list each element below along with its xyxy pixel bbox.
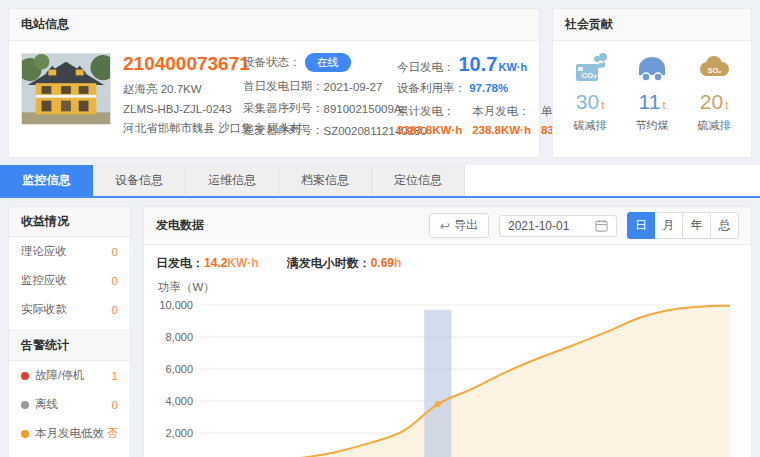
so2-icon: SO₂ <box>695 53 733 83</box>
first-gen-date: 2021-09-27 <box>324 81 383 93</box>
alarm-label: 故障/停机 <box>35 368 84 383</box>
tab-monitoring[interactable]: 监控信息 <box>0 165 93 196</box>
range-day-button[interactable]: 日 <box>627 212 655 239</box>
main-row: 收益情况 理论应收 0 监控应收 0 实际收款 0 告警统计 故障/停机 1 离… <box>0 198 760 457</box>
full-hours-label: 满发电小时数： <box>287 256 371 270</box>
today-gen-unit: KW·h <box>498 61 527 73</box>
alarm-section-title: 告警统计 <box>9 330 130 361</box>
export-arrow-icon: ↩ <box>440 220 450 232</box>
sulfur-label: 硫减排 <box>684 118 744 133</box>
month-gen-label: 本月发电： <box>472 104 531 119</box>
tab-operations[interactable]: 运维信息 <box>186 165 279 196</box>
y-axis-title: 功率（W） <box>158 280 739 295</box>
co2-icon: CO₂ <box>571 53 609 83</box>
social-body: CO₂ 30t 碳减排 11t 节约煤 <box>553 41 751 143</box>
income-label: 监控应收 <box>21 273 112 288</box>
range-switcher: 日 月 年 总 <box>627 212 739 239</box>
date-picker[interactable] <box>499 215 617 237</box>
station-info-panel: 电站信息 <box>8 8 540 158</box>
tab-archives[interactable]: 档案信息 <box>279 165 372 196</box>
svg-text:CO₂: CO₂ <box>581 71 597 80</box>
daily-gen-unit: KW·h <box>227 256 258 270</box>
export-button-label: 导出 <box>454 217 478 234</box>
income-section-title: 收益情况 <box>9 207 130 237</box>
power-chart-panel: 发电数据 ↩ 导出 <box>143 206 752 457</box>
alarm-value: 1 <box>112 370 118 382</box>
station-photo <box>21 53 111 125</box>
svg-text:4,000: 4,000 <box>165 395 193 407</box>
range-month-button[interactable]: 月 <box>655 212 683 239</box>
tab-bar: 监控信息 设备信息 运维信息 档案信息 定位信息 <box>0 165 760 198</box>
chart-controls: ↩ 导出 日 月 <box>429 212 739 239</box>
social-item-carbon: CO₂ 30t 碳减排 <box>560 53 620 133</box>
collector-label: 采集器序列号： <box>243 101 324 116</box>
daily-gen-value: 14.2 <box>204 256 227 270</box>
tab-devices[interactable]: 设备信息 <box>93 165 186 196</box>
income-row-monitored: 监控应收 0 <box>9 266 130 295</box>
income-label: 理论应收 <box>21 244 112 259</box>
daily-gen-label: 日发电： <box>156 256 204 270</box>
income-value: 0 <box>112 275 118 287</box>
alarm-label: 本月发电低效 <box>35 426 104 441</box>
chart-body: 日发电：14.2KW·h 满发电小时数：0.69h 功率（W） 02,0004,… <box>144 245 751 457</box>
today-gen-label: 今日发电： <box>397 60 455 75</box>
cumulative-gen-label: 累计发电： <box>397 104 462 119</box>
social-item-sulfur: SO₂ 20t 硫减排 <box>684 53 744 133</box>
range-year-button[interactable]: 年 <box>683 212 711 239</box>
online-status-badge: 在线 <box>305 53 351 72</box>
social-item-coal: 11t 节约煤 <box>622 53 682 133</box>
sulfur-value: 20 <box>700 90 723 113</box>
carbon-value: 30 <box>576 90 599 113</box>
power-chart-svg[interactable]: 02,0004,0006,0008,00010,00006:3506:4006:… <box>156 297 737 457</box>
alarm-row-offline: 离线 0 <box>9 390 130 419</box>
income-label: 实际收款 <box>21 302 112 317</box>
alarm-value: 否 <box>107 426 119 441</box>
income-row-actual: 实际收款 0 <box>9 295 130 324</box>
alarm-value: 0 <box>112 399 118 411</box>
month-gen-value: 238.8KW·h <box>472 124 531 136</box>
offline-dot-icon <box>21 401 29 409</box>
dashboard-page: 电站信息 <box>0 0 760 457</box>
carbon-value-row: 30t <box>560 90 620 114</box>
full-hours-unit: h <box>394 256 401 270</box>
sulfur-unit: t <box>725 99 728 111</box>
chart-header: 发电数据 ↩ 导出 <box>144 207 751 245</box>
svg-text:2,000: 2,000 <box>165 427 193 439</box>
station-code: ZLMS-HBJ-ZJL-0243 <box>123 103 231 115</box>
utilization-value: 97.78% <box>469 82 508 94</box>
export-button[interactable]: ↩ 导出 <box>429 213 489 238</box>
sulfur-value-row: 20t <box>684 90 744 114</box>
income-value: 0 <box>112 246 118 258</box>
svg-text:SO₂: SO₂ <box>707 66 721 75</box>
full-hours-value: 0.69 <box>371 256 394 270</box>
station-panel-title: 电站信息 <box>9 9 539 41</box>
income-value: 0 <box>112 304 118 316</box>
date-input[interactable] <box>508 219 586 233</box>
device-status-label: 设备状态： <box>243 55 301 70</box>
svg-text:8,000: 8,000 <box>165 331 193 343</box>
alarm-label: 离线 <box>35 397 58 412</box>
carbon-label: 碳减排 <box>560 118 620 133</box>
station-id: 210400073671 <box>123 53 231 75</box>
sidebar: 收益情况 理论应收 0 监控应收 0 实际收款 0 告警统计 故障/停机 1 离… <box>8 206 131 457</box>
svg-text:6,000: 6,000 <box>165 363 193 375</box>
first-gen-label: 首日发电日期： <box>243 79 324 94</box>
station-address: 河北省邯郸市魏县 沙口集乡 码头村 <box>123 121 231 136</box>
coal-value: 11 <box>639 90 661 113</box>
alarm-row-low-efficiency: 本月发电低效 否 <box>9 419 130 448</box>
coal-label: 节约煤 <box>622 118 682 133</box>
carbon-unit: t <box>601 99 604 111</box>
chart-summary: 日发电：14.2KW·h 满发电小时数：0.69h <box>156 255 739 272</box>
coal-cart-icon <box>633 53 671 83</box>
fault-dot-icon <box>21 372 29 380</box>
social-contribution-panel: 社会贡献 CO₂ 30t 碳减排 <box>552 8 752 158</box>
station-device-info: 设备状态： 在线 首日发电日期： 2021-09-27 采集器序列号： 8910… <box>243 53 385 145</box>
station-owner: 赵海亮 20.7KW <box>123 82 231 97</box>
range-total-button[interactable]: 总 <box>711 212 739 239</box>
tab-location[interactable]: 定位信息 <box>372 165 465 196</box>
cumulative-gen-value: 2383.8KW·h <box>397 124 462 136</box>
coal-value-row: 11t <box>622 90 682 114</box>
collector-sn: 89100215009A <box>324 103 402 115</box>
inverter-label: 逆变器序列号： <box>243 123 324 138</box>
today-gen-value: 10.7 <box>459 53 498 76</box>
